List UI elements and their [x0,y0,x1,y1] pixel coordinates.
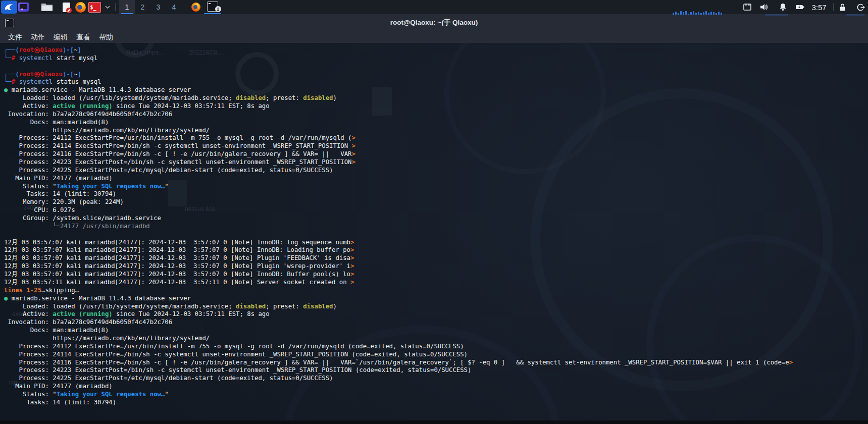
workspace-button-1[interactable]: 1 [119,0,135,14]
terminal-line: Process: 24114 ExecStartPre=/bin/sh -c s… [4,142,868,150]
root-terminal-launcher[interactable]: $_ [88,2,101,13]
terminal-line: Process: 24112 ExecStartPre=/usr/bin/ins… [4,343,868,351]
terminal-line: Active: active (running) since Tue 2024-… [4,102,868,111]
workspace-button-4[interactable]: 4 [166,0,182,14]
screen-bottom-edge [0,420,868,424]
terminal-line: Status: "Taking your SQL requests now…" [4,391,868,399]
taskbar-separator [185,3,185,11]
logout-button[interactable] [854,1,866,13]
kali-menu-button[interactable] [1,1,17,14]
terminal-line: ● mariadb.service - MariaDB 11.4.3 datab… [4,295,868,303]
terminal-line: Docs: man:mariadbd(8) [4,327,868,335]
terminal-line: Process: 24114 ExecStartPre=/bin/sh -c s… [4,351,868,359]
workspace-button-2[interactable]: 2 [135,0,150,14]
terminal-line: Process: 24116 ExecStartPre=/bin/sh -c [… [4,150,868,158]
terminal-line: 12月 03 03:57:07 kali mariadbd[24177]: 20… [4,239,868,247]
battery-charging-icon [795,3,804,11]
window-titlebar: root@Qiaoxu: ~(于 Qiaoxu) [0,14,868,31]
file-manager-launcher[interactable] [40,2,54,13]
terminal-line: └─# systemctl start mysql [4,55,868,63]
terminal-line: Loaded: loaded (/usr/lib/systemd/system/… [4,303,868,311]
terminal-line: └─24177 /usr/sbin/mariadbd [4,223,868,231]
terminal-line: Process: 24116 ExecStartPre=/bin/sh -c [… [4,359,868,367]
root-terminal-icon: $_ [88,2,101,13]
text-editor-launcher[interactable] [61,2,72,13]
terminal-line: 12月 03 03:57:07 kali mariadbd[24177]: 20… [4,262,868,271]
taskbar-separator [833,3,834,11]
taskbar-firefox-window[interactable] [191,2,201,13]
edit-badge-icon [66,8,72,13]
firefox-launcher[interactable] [75,2,86,13]
terminal-line: Active: active (running) since Tue 2024-… [4,310,868,319]
menu-item-4[interactable]: 帮助 [99,33,113,42]
notifications-tray-item[interactable] [777,1,789,13]
workspace-button-3[interactable]: 3 [150,0,166,14]
folder-icon [41,2,53,12]
terminal-line: Process: 24223 ExecStartPost=/bin/sh -c … [4,366,868,375]
launcher-dropdown-arrow[interactable] [104,2,111,13]
terminal-line: Docs: man:mariadbd(8) [4,119,868,127]
battery-tray-item[interactable] [794,1,806,13]
terminal-line: CGroup: /system.slice/mariadb.service [4,215,868,223]
document-icon [63,3,70,12]
terminal-line: ● mariadb.service - MariaDB 11.4.3 datab… [4,86,868,94]
terminal-line: CPU: 6.027s [4,206,868,215]
terminal-line: 12月 03 03:57:11 kali mariadbd[24177]: 20… [4,279,868,287]
terminal-line: Status: "Taking your SQL requests now…" [4,183,868,191]
firefox-icon [191,3,200,12]
taskbar: $_ 1234 2 [0,0,868,14]
volume-tray-item[interactable] [758,1,771,13]
terminal-line: Process: 24225 ExecStartPost=/etc/mysql/… [4,375,868,383]
terminal-line: Process: 24112 ExecStartPre=/usr/bin/ins… [4,134,868,142]
menu-item-0[interactable]: 文件 [8,33,22,42]
menu-item-2[interactable]: 编辑 [54,33,68,42]
terminal-line: Process: 24225 ExecStartPost=/etc/mysql/… [4,167,868,175]
terminal-line: Loaded: loaded (/usr/lib/systemd/system/… [4,94,868,102]
speaker-icon [760,3,769,11]
terminal-line: 12月 03 03:57:07 kali mariadbd[24177]: 20… [4,254,868,262]
terminal-line: Main PID: 24177 (mariadbd) [4,383,868,391]
kali-dragon-icon [4,2,15,13]
whisker-menu-launcher[interactable] [17,2,29,13]
terminal-line: Invocation: b7a7a278c96f49d4b6050f4c47b2… [4,111,868,119]
lock-screen-button[interactable] [836,1,848,13]
ethernet-icon [743,3,752,11]
terminal-line: Memory: 220.3M (peak: 224M) [4,198,868,206]
terminal-line: Tasks: 14 (limit: 30794) [4,399,868,407]
terminal-line: 12月 03 03:57:07 kali mariadbd[24177]: 20… [4,271,868,279]
terminal-line: Process: 24223 ExecStartPost=/bin/sh -c … [4,158,868,167]
logout-icon [856,3,865,12]
terminal-line: Main PID: 24177 (mariadbd) [4,175,868,183]
terminal-line: 12月 03 03:57:07 kali mariadbd[24177]: 20… [4,246,868,254]
graph-artifact [846,14,864,16]
terminal-line: Invocation: b7a7a278c96f49d4b6050f4c47b2… [4,319,868,327]
terminal-line [4,231,868,239]
network-tray-item[interactable] [741,1,753,13]
terminal-menubar: 文件动作编辑查看帮助 [0,31,868,43]
app-window-icon [18,3,29,12]
clock[interactable]: 3:57 [808,0,830,14]
window-title: root@Qiaoxu: ~(于 Qiaoxu) [0,14,868,31]
bell-icon [779,3,787,12]
active-window-underline [204,13,221,14]
terminal-line: ┌──(root㉿Qiaoxu)-[~] [4,71,868,79]
menu-item-3[interactable]: 查看 [76,33,90,42]
taskbar-separator [115,3,116,11]
terminal-viewport[interactable]: RaDa_unpa…20222403i…2403qxnessus.lice…ex… [0,43,868,420]
workspace-switcher: 1234 [119,0,182,14]
terminal-line: https://mariadb.com/kb/en/library/system… [4,127,868,135]
terminal-line [4,63,868,71]
activity-graph [673,11,748,15]
terminal-prompt-mark [209,3,211,4]
taskbar-terminal-window[interactable]: 2 [204,1,221,14]
menu-item-1[interactable]: 动作 [31,33,45,42]
window-count-badge: 2 [215,6,221,12]
terminal-line: lines 1-25…skipping… [4,287,868,295]
graph-artifact [765,14,788,16]
terminal-line: ┌──(root㉿Qiaoxu)-[~] [4,46,868,55]
terminal-line: └─# systemctl status mysql [4,78,868,86]
terminal-output: ┌──(root㉿Qiaoxu)-[~]└─# systemctl start … [4,46,868,407]
terminal-line: Tasks: 14 (limit: 30794) [4,190,868,198]
lock-icon [839,3,846,12]
terminal-line: https://mariadb.com/kb/en/library/system… [4,335,868,343]
